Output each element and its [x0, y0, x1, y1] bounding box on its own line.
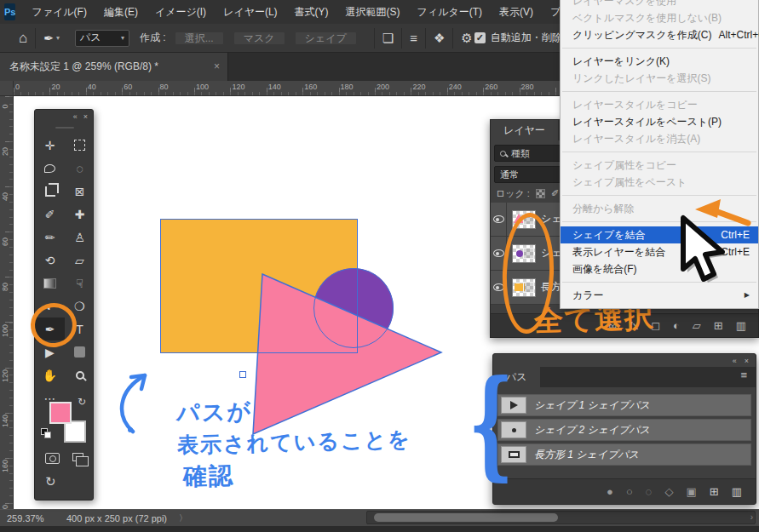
path-arrange-icon[interactable]: ❖ [434, 31, 445, 46]
healing-brush-tool-icon: ✚ [75, 208, 85, 221]
make-button-2[interactable]: シェイプ [295, 31, 357, 45]
document-tab[interactable]: 名称未設定 1 @ 259% (RGB/8) * × [0, 53, 228, 81]
stroke-path-icon[interactable]: ○ [626, 485, 633, 498]
adjustment-layer-icon[interactable]: ◐ [673, 319, 680, 332]
window-bottom-edge [0, 526, 759, 532]
eyedropper-tool[interactable]: ✐ [35, 203, 65, 226]
ruler-h-label: 260 [485, 83, 497, 91]
horizontal-scrollbar[interactable]: › [366, 511, 756, 524]
collapse-panel-icon[interactable]: « [733, 357, 737, 365]
tab-layers[interactable]: レイヤー [491, 120, 558, 140]
path-align-icon[interactable]: ≡ [410, 31, 417, 45]
new-group-icon[interactable]: ▱ [693, 319, 701, 332]
path-anchor-point[interactable] [239, 371, 246, 378]
context-menu-item-9: レイヤースタイルを消去(A) [561, 130, 758, 147]
context-menu-item-2[interactable]: クリッピングマスクを作成(C)Alt+Ctrl+G [561, 26, 758, 43]
close-icon[interactable]: × [214, 53, 220, 81]
context-menu-item-12: シェイプ属性をペースト [561, 174, 758, 191]
swap-colors-icon[interactable]: ↻ [78, 396, 86, 408]
foreground-color-swatch[interactable] [49, 402, 72, 424]
gear-icon[interactable]: ⚙ [461, 31, 472, 46]
shape-tool-icon [74, 346, 85, 358]
new-path-icon[interactable]: ⊞ [710, 485, 719, 498]
screen-mode-button[interactable] [72, 453, 83, 461]
ruler-v-label: 40 [1, 192, 9, 201]
photoshop-window: パスが 表示されていることを 確認 Ps ファイル(F)編集(E)イメージ(I)… [0, 0, 759, 532]
shape-tool[interactable] [65, 340, 95, 363]
quick-mask-button[interactable] [45, 453, 60, 464]
panel-menu-icon[interactable]: ≡ [740, 367, 756, 387]
new-layer-icon[interactable]: ⊞ [714, 319, 723, 332]
history-brush-tool[interactable]: ⟲ [35, 249, 65, 272]
menu-item-7[interactable]: 表示(V) [491, 0, 542, 24]
make-button-1[interactable]: マスク [233, 31, 285, 45]
tool-mode-select[interactable]: パス ▾ [75, 30, 129, 47]
vertical-ruler: 020406080100120140160180 [0, 96, 14, 509]
fill-path-icon[interactable]: ● [607, 485, 613, 498]
rotate-view-icon[interactable]: ↻ [45, 474, 56, 489]
delete-path-icon[interactable]: ▥ [732, 485, 742, 498]
home-icon[interactable]: ⌂ [19, 30, 27, 47]
hand-tool[interactable]: ✋ [35, 363, 65, 386]
marquee-tool[interactable] [65, 134, 95, 157]
close-icon[interactable]: × [83, 112, 88, 121]
clone-stamp-tool[interactable]: ♙ [65, 226, 95, 249]
menu-separator [562, 152, 756, 152]
brush-tool[interactable]: ✏ [35, 226, 65, 249]
path-as-selection-icon[interactable]: ◌ [646, 485, 653, 498]
pen-tool-icon: ✒ [43, 31, 54, 45]
make-button-0[interactable]: 選択... [175, 31, 224, 45]
context-menu-item-4[interactable]: レイヤーをリンク(K) [561, 53, 758, 70]
gradient-tool[interactable] [35, 272, 65, 295]
auto-add-delete-label: 自動追加・削除 [491, 31, 562, 45]
lock-pixels-icon[interactable]: ✐ [551, 188, 559, 199]
menu-item-3[interactable]: レイヤー(L) [215, 0, 286, 24]
auto-add-delete-checkbox[interactable]: ✓ [474, 32, 486, 43]
menu-separator [562, 48, 756, 49]
zoom-level[interactable]: 259.37% [7, 513, 56, 523]
path-row-0[interactable]: シェイプ 1 シェイプパス [497, 394, 751, 416]
menu-item-5[interactable]: 選択範囲(S) [337, 0, 409, 24]
zoom-tool-icon [76, 371, 84, 380]
collapse-panel-icon[interactable]: « [73, 112, 78, 121]
move-tool[interactable]: ✛ [35, 134, 65, 157]
scrollbar-thumb[interactable] [374, 513, 558, 522]
object-selection-tool[interactable]: ◌ [65, 157, 95, 180]
menu-item-1[interactable]: 編集(E) [95, 0, 147, 24]
ruler-v-label: 80 [1, 283, 9, 291]
note-line: 確認 [178, 455, 413, 492]
context-menu-item-8[interactable]: レイヤースタイルをペースト(P) [561, 113, 758, 130]
separator [452, 28, 453, 49]
menu-item-2[interactable]: イメージ(I) [147, 0, 215, 24]
path-row-1[interactable]: シェイプ 2 シェイプパス [497, 419, 751, 441]
hand-tool-icon: ✋ [43, 369, 57, 382]
smudge-tool[interactable]: ☟ [65, 272, 95, 295]
menu-item-6[interactable]: フィルター(T) [409, 0, 491, 24]
menu-item-label: クリッピングマスクを作成(C) [572, 26, 711, 43]
layer-visibility-toggle[interactable] [491, 203, 507, 237]
combine-shapes-icon[interactable]: ❏ [382, 31, 394, 46]
lock-transparency-icon[interactable] [536, 189, 545, 198]
add-mask-icon[interactable]: ▣ [687, 485, 697, 498]
eraser-tool[interactable]: ▱ [65, 249, 95, 272]
delete-layer-icon[interactable]: ▥ [736, 319, 746, 332]
menu-item-4[interactable]: 書式(Y) [286, 0, 337, 24]
ruler-h-label: 140 [268, 83, 281, 91]
default-colors-icon[interactable] [41, 428, 51, 438]
menu-item-0[interactable]: ファイル(F) [23, 0, 95, 24]
ruler-v-label: 160 [1, 464, 9, 472]
selection-as-path-icon[interactable]: ◇ [665, 485, 674, 498]
drag-grip[interactable] [55, 127, 74, 129]
path-row-2[interactable]: 長方形 1 シェイプパス [497, 443, 751, 466]
healing-brush-tool[interactable]: ✚ [65, 203, 95, 226]
crop-tool[interactable] [35, 180, 65, 203]
status-chevron-icon[interactable]: 〉 [179, 512, 187, 524]
close-icon[interactable]: × [745, 357, 749, 365]
circle-path-outline [313, 268, 394, 348]
scroll-right-icon[interactable]: › [750, 512, 753, 522]
paths-panel: « × パス ≡ シェイプ 1 シェイプパスシェイプ 2 シェイプパス長方形 1… [492, 353, 756, 505]
tool-preset-picker[interactable]: ✒ ▾ [43, 31, 60, 45]
lasso-tool[interactable] [35, 157, 65, 180]
zoom-tool[interactable] [65, 363, 95, 386]
frame-tool[interactable]: ⊠ [65, 180, 95, 203]
